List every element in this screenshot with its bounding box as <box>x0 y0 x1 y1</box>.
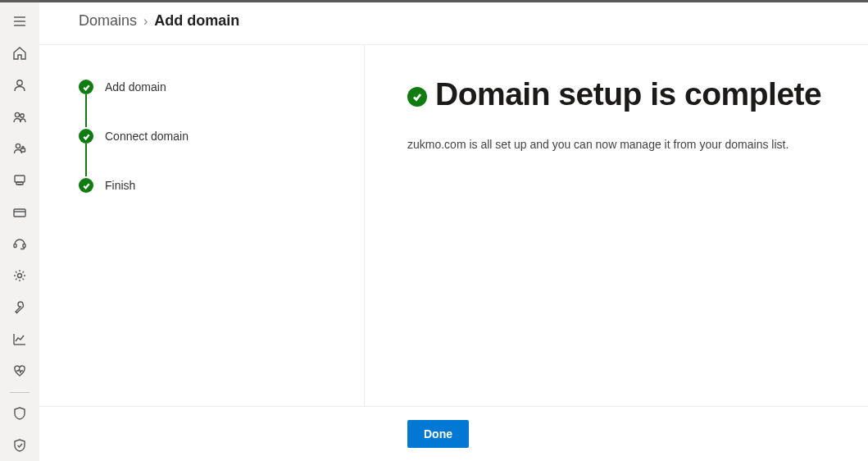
svg-point-3 <box>17 80 22 85</box>
nav-home[interactable] <box>0 38 39 70</box>
page-description: zukmo.com is all set up and you can now … <box>407 137 868 153</box>
svg-rect-11 <box>14 209 25 217</box>
svg-rect-8 <box>15 176 25 182</box>
billing-icon <box>12 205 27 220</box>
check-icon <box>407 87 427 107</box>
title-row: Domain setup is complete <box>407 76 868 112</box>
step-connect-domain: Connect domain <box>79 127 364 145</box>
roles-icon <box>12 141 27 156</box>
resources-icon <box>12 173 27 188</box>
user-icon <box>12 78 27 93</box>
nav-reports[interactable] <box>0 323 39 355</box>
svg-point-4 <box>15 112 19 116</box>
compliance-icon <box>12 438 27 453</box>
step-add-domain: Add domain <box>79 78 364 96</box>
main-content: Domains › Add domain Add domain Connect … <box>39 2 868 461</box>
app-layout: Domains › Add domain Add domain Connect … <box>0 2 868 461</box>
check-icon <box>79 178 93 193</box>
nav-compliance[interactable] <box>0 429 39 461</box>
nav-groups[interactable] <box>0 101 39 133</box>
footer: Done <box>39 406 868 461</box>
svg-rect-14 <box>23 244 25 248</box>
svg-point-6 <box>16 144 20 148</box>
step-label: Connect domain <box>105 130 189 143</box>
nav-billing[interactable] <box>0 196 39 228</box>
nav-divider <box>10 392 30 393</box>
page-title: Domain setup is complete <box>435 76 821 112</box>
nav-settings[interactable] <box>0 260 39 292</box>
nav-rail <box>0 2 39 461</box>
nav-setup[interactable] <box>0 291 39 323</box>
menu-toggle[interactable] <box>0 6 39 38</box>
settings-icon <box>12 268 27 283</box>
step-connector <box>85 94 87 127</box>
check-icon <box>79 80 93 94</box>
detail-panel: Domain setup is complete zukmo.com is al… <box>365 45 868 406</box>
reports-icon <box>12 332 27 347</box>
svg-point-15 <box>18 274 22 278</box>
breadcrumb-current: Add domain <box>154 12 239 30</box>
groups-icon <box>12 110 27 125</box>
support-icon <box>12 236 27 251</box>
shield-icon <box>12 406 27 421</box>
nav-health[interactable] <box>0 355 39 387</box>
nav-roles[interactable] <box>0 133 39 165</box>
svg-point-5 <box>20 113 24 116</box>
breadcrumb: Domains › Add domain <box>79 12 868 30</box>
wrench-icon <box>12 300 27 315</box>
step-finish: Finish <box>79 176 364 194</box>
step-label: Add domain <box>105 80 166 94</box>
chevron-right-icon: › <box>143 14 148 29</box>
step-connector <box>85 144 87 176</box>
home-icon <box>12 46 27 61</box>
nav-users[interactable] <box>0 69 39 101</box>
content-row: Add domain Connect domain Finish Domain … <box>39 45 868 406</box>
nav-support[interactable] <box>0 228 39 260</box>
done-button[interactable]: Done <box>407 420 469 448</box>
header: Domains › Add domain <box>39 2 868 45</box>
step-label: Finish <box>105 179 135 192</box>
svg-rect-7 <box>21 148 25 152</box>
health-icon <box>12 363 27 378</box>
wizard-steps: Add domain Connect domain Finish <box>39 45 365 406</box>
svg-rect-13 <box>14 244 16 248</box>
check-icon <box>79 129 93 144</box>
breadcrumb-parent[interactable]: Domains <box>79 12 137 30</box>
nav-security[interactable] <box>0 398 39 430</box>
nav-resources[interactable] <box>0 165 39 197</box>
hamburger-icon <box>12 14 27 29</box>
